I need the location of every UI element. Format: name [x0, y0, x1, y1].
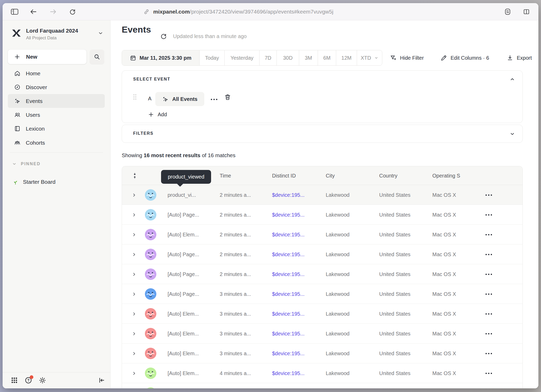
row-expand-chevron-icon[interactable]: [132, 324, 136, 344]
range-30d[interactable]: 30D: [277, 50, 299, 65]
distinct-id-link[interactable]: $device:195...: [272, 284, 305, 304]
range-7d[interactable]: 7D: [260, 50, 277, 65]
pinned-section-header[interactable]: PINNED: [12, 162, 40, 166]
collapse-sidebar-icon[interactable]: [97, 376, 106, 385]
table-row[interactable]: [Auto] Page... 2 minutes a... $device:19…: [122, 244, 522, 264]
table-row[interactable]: [Auto] Elem... 2 minutes a... $device:19…: [122, 225, 522, 244]
drag-handle-icon[interactable]: [132, 93, 138, 101]
settings-gear-icon[interactable]: [38, 376, 47, 385]
range-3m[interactable]: 3M: [299, 50, 318, 65]
row-expand-chevron-icon[interactable]: [132, 363, 136, 383]
event-name[interactable]: [Auto] Page...: [168, 284, 199, 304]
event-name[interactable]: [Auto] Page...: [168, 205, 199, 225]
project-name[interactable]: Lord Farquaad 2024: [26, 28, 78, 34]
address-bar[interactable]: mixpanel.com/project/3472420/view/397469…: [143, 3, 333, 20]
event-selector-pill[interactable]: All Events: [155, 92, 204, 106]
table-row[interactable]: [Auto] Elem... 3 minutes a... $device:19…: [122, 344, 522, 363]
sidebar-item-starter-board[interactable]: Starter Board: [12, 177, 105, 187]
row-expand-chevron-icon[interactable]: [132, 205, 136, 225]
row-more-button[interactable]: [485, 304, 492, 324]
date-picker-button[interactable]: Mar 11, 2025 3:30 pm: [122, 50, 200, 65]
column-header-city[interactable]: City: [326, 166, 335, 185]
row-expand-chevron-icon[interactable]: [132, 344, 136, 363]
row-more-button[interactable]: [485, 363, 492, 383]
table-row[interactable]: product_vi... 2 minutes a... $device:195…: [122, 185, 522, 205]
event-name[interactable]: [Auto] Elem...: [168, 344, 199, 363]
help-icon[interactable]: ?: [24, 376, 33, 385]
table-row[interactable]: [Auto] Elem... 3 minutes a... $device:19…: [122, 324, 522, 344]
sidebar-toggle-icon[interactable]: [9, 3, 20, 20]
collapse-panel-chevron-icon[interactable]: [509, 76, 515, 82]
distinct-id-link[interactable]: $device:195...: [272, 264, 305, 284]
row-expand-chevron-icon[interactable]: [132, 244, 136, 264]
table-row[interactable]: [Auto] Page... 2 minutes a... $device:19…: [122, 205, 522, 225]
row-more-button[interactable]: [485, 264, 492, 284]
row-more-button[interactable]: [485, 244, 492, 264]
table-row[interactable]: [Auto] Elem... 3 minutes a... $device:19…: [122, 304, 522, 324]
row-expand-chevron-icon[interactable]: [132, 304, 136, 324]
sidebar-item-discover[interactable]: Discover: [8, 80, 105, 94]
range-xtd-dropdown[interactable]: XTD: [357, 50, 382, 65]
row-expand-chevron-icon[interactable]: [132, 225, 136, 244]
reload-button-icon[interactable]: [67, 3, 78, 20]
table-row[interactable]: [Auto] Page... 2 minutes a... $device:19…: [122, 264, 522, 284]
distinct-id-link[interactable]: $device:195...: [272, 185, 305, 205]
split-view-icon[interactable]: [521, 3, 532, 20]
row-more-button[interactable]: [485, 324, 492, 344]
distinct-id-link[interactable]: $device:195...: [272, 363, 305, 383]
distinct-id-link[interactable]: $device:195...: [272, 324, 305, 344]
delete-event-trash-icon[interactable]: [224, 94, 231, 101]
row-more-button[interactable]: [485, 225, 492, 244]
event-name[interactable]: [Auto] Page...: [168, 244, 199, 264]
column-header-country[interactable]: Country: [379, 166, 397, 185]
column-header-operating-system[interactable]: Operating S: [432, 166, 460, 185]
table-row[interactable]: [122, 383, 522, 388]
row-more-button[interactable]: [485, 205, 492, 225]
expand-filters-chevron-icon[interactable]: [509, 131, 515, 137]
row-expand-chevron-icon[interactable]: [132, 284, 136, 304]
add-event-button[interactable]: Add: [148, 109, 167, 120]
column-header-time[interactable]: Time: [220, 166, 231, 185]
project-switcher-chevron-icon[interactable]: [98, 30, 103, 36]
range-today[interactable]: Today: [200, 50, 225, 65]
distinct-id-link[interactable]: $device:195...: [272, 304, 305, 324]
browser-extensions-icon[interactable]: [502, 3, 513, 20]
sidebar-item-users[interactable]: Users: [8, 108, 105, 122]
export-button[interactable]: Export: [507, 50, 532, 66]
event-name[interactable]: product_vi...: [168, 185, 196, 205]
event-name[interactable]: [Auto] Elem...: [168, 363, 199, 383]
event-name[interactable]: [Auto] Elem...: [168, 304, 199, 324]
distinct-id-link[interactable]: $device:195...: [272, 225, 305, 244]
row-expand-chevron-icon[interactable]: [132, 264, 136, 284]
back-button-icon[interactable]: [28, 3, 39, 20]
sidebar-item-cohorts[interactable]: Cohorts: [8, 136, 105, 150]
hide-filter-button[interactable]: Hide Filter: [390, 50, 424, 66]
edit-columns-button[interactable]: Edit Columns · 6: [440, 50, 489, 66]
row-more-button[interactable]: [485, 344, 492, 363]
event-name[interactable]: [Auto] Elem...: [168, 324, 199, 344]
sidebar-item-lexicon[interactable]: Lexicon: [8, 122, 105, 136]
event-more-options-button[interactable]: [208, 95, 220, 104]
range-yesterday[interactable]: Yesterday: [225, 50, 260, 65]
event-name[interactable]: [Auto] Page...: [168, 264, 199, 284]
table-row[interactable]: [Auto] Elem... 4 minutes a... $device:19…: [122, 363, 522, 383]
sidebar-item-events[interactable]: Events: [8, 94, 105, 108]
column-header-distinct-id[interactable]: Distinct ID: [272, 166, 296, 185]
row-more-button[interactable]: [485, 185, 492, 205]
refresh-icon[interactable]: [160, 33, 167, 40]
range-6m[interactable]: 6M: [318, 50, 336, 65]
forward-button-icon[interactable]: [47, 3, 59, 20]
new-button[interactable]: New: [8, 50, 87, 64]
distinct-id-link[interactable]: $device:195...: [272, 244, 305, 264]
row-more-button[interactable]: [485, 284, 492, 304]
collapse-all-icon[interactable]: [132, 166, 138, 185]
row-expand-chevron-icon[interactable]: [132, 185, 136, 205]
table-row[interactable]: [Auto] Page... 3 minutes a... $device:19…: [122, 284, 522, 304]
distinct-id-link[interactable]: $device:195...: [272, 205, 305, 225]
range-12m[interactable]: 12M: [336, 50, 357, 65]
sidebar-item-home[interactable]: Home: [8, 66, 105, 80]
search-button[interactable]: [90, 50, 104, 64]
apps-grid-icon[interactable]: [10, 376, 19, 385]
event-name[interactable]: [Auto] Elem...: [168, 225, 199, 244]
distinct-id-link[interactable]: $device:195...: [272, 344, 305, 363]
